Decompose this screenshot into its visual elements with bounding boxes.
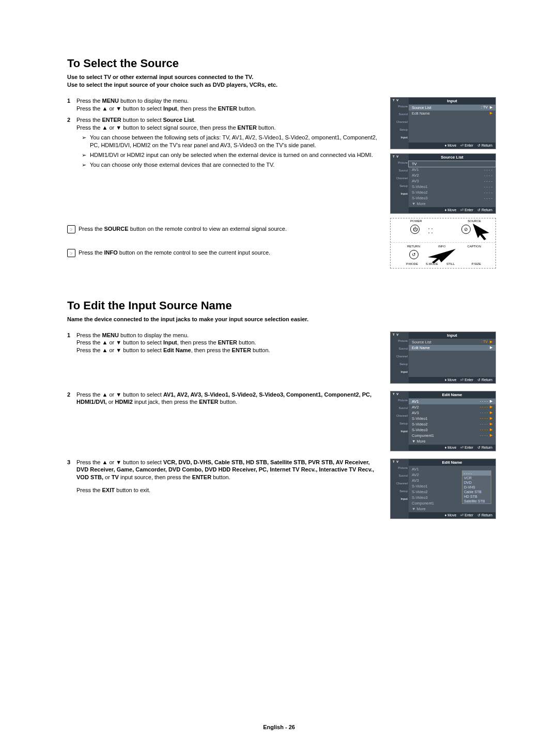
osd-source-list-menu: T V Picture Sound Channel Setup Input So… (390, 153, 496, 214)
osd-side-item: Input (391, 134, 409, 141)
osd-title: Source List (409, 154, 495, 161)
osd-side-item: Channel (391, 118, 409, 126)
osd-footer: ♦ Move ⏎ Enter ↺ Return (409, 512, 495, 518)
intro-line1: Use to select TV or other external input… (67, 74, 253, 80)
step-body: Press the ENTER button to select Source … (76, 116, 380, 168)
step-body: Press the ▲ or ▼ button to select VCR, D… (76, 459, 380, 494)
osd-side-item: Picture (391, 103, 409, 111)
osd-row: TV (412, 162, 417, 166)
osd-row: Edit Name (412, 111, 488, 116)
osd-popup: - - - - VCR DVD D-VHS Cable STB HD STB S… (462, 470, 491, 504)
bullet-icon: ➢ (82, 134, 90, 149)
step-number: 3 (67, 459, 76, 494)
intro-select-source: Use to select TV or other external input… (67, 73, 496, 89)
intro-line2: Use to select the input source of your c… (67, 82, 277, 88)
power-icon: ⏻ (410, 225, 420, 234)
osd-title: Input (409, 98, 495, 104)
osd-tv-label: T V (391, 154, 409, 159)
note-text: Press the INFO button on the remote cont… (79, 249, 380, 257)
osd-title: Input (409, 332, 495, 339)
step-number: 2 (67, 391, 76, 406)
page-footer: English - 26 (0, 724, 558, 730)
sub-text: You can choose between the following set… (90, 134, 380, 149)
intro-edit-name: Name the device connected to the input j… (67, 316, 496, 323)
source-icon: ⊘ (461, 225, 471, 234)
bullet-icon: ➢ (82, 151, 90, 159)
step-number: 1 (67, 97, 76, 113)
remote-label-return: RETURN (407, 245, 420, 248)
step-number: 2 (67, 116, 76, 168)
osd-editname-popup-menu: T V Picture Sound Channel Setup Input Ed… (390, 459, 496, 519)
osd-input-menu: T V Picture Sound Channel Setup Input In… (390, 97, 496, 149)
return-icon: ↺ (409, 250, 419, 259)
heading-select-source: To Select the Source (67, 57, 496, 70)
osd-side-item: Setup (391, 126, 409, 134)
osd-editname-list-menu: T V Picture Sound Channel Setup Input Ed… (390, 391, 496, 451)
step-body: Press the MENU button to display the men… (76, 97, 380, 113)
remote-label-caption: CAPTION (467, 245, 481, 248)
bullet-icon: ➢ (82, 161, 90, 169)
osd-footer: ♦ Move ⏎ Enter ↺ Return (409, 445, 495, 451)
note-icon: ☞ (67, 249, 75, 257)
remote-diagram: POWER SOURCE ⏻ ∘ ∘∘ ∘ ⊘ RETURN INFO CAPT… (390, 218, 496, 269)
step-body: Press the MENU button to display the men… (76, 332, 380, 355)
osd-title: Edit Name (409, 391, 495, 398)
pointer-arrow-icon (427, 248, 458, 263)
heading-edit-name: To Edit the Input Source Name (67, 299, 496, 312)
step-number: 1 (67, 332, 76, 355)
osd-footer: ♦ Move ⏎ Enter ↺ Return (409, 207, 495, 213)
osd-title: Edit Name (409, 459, 495, 466)
note-text: Press the SOURCE button on the remote co… (79, 225, 380, 233)
sub-text: You can choose only those external devic… (90, 161, 380, 169)
note-icon: ☞ (67, 225, 75, 233)
osd-tv-label: T V (391, 98, 409, 103)
osd-input-editname-menu: T V Picture Sound Channel Setup Input In… (390, 332, 496, 384)
remote-label-power: POWER (410, 219, 422, 223)
osd-footer: ♦ Move ⏎ Enter ↺ Return (409, 377, 495, 383)
pointer-arrow-icon (472, 223, 490, 240)
sub-text: HDMI1/DVI or HDMI2 input can only be sel… (90, 151, 380, 159)
osd-footer: ♦ Move ⏎ Enter ↺ Return (409, 143, 495, 149)
osd-row: Source List (412, 105, 481, 110)
step-body: Press the ▲ or ▼ button to select AV1, A… (76, 391, 380, 406)
osd-side-item: Sound (391, 111, 409, 118)
